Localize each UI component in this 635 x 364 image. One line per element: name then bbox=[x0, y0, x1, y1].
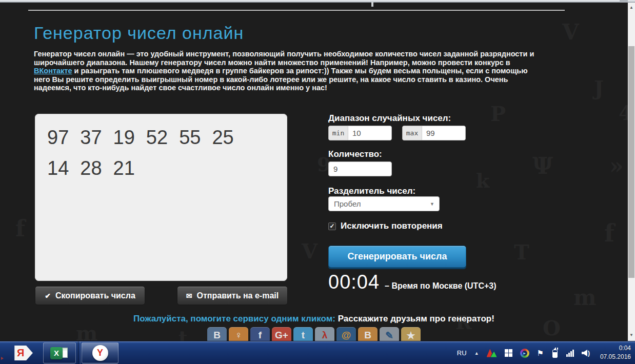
copy-numbers-button[interactable]: ✔ Скопировать числа bbox=[35, 286, 145, 305]
count-label: Количество: bbox=[328, 149, 382, 159]
get-windows-10-icon[interactable] bbox=[505, 349, 512, 357]
result-number: 25 bbox=[212, 122, 233, 153]
screen: VJΨfmP»TkO4RVtm9fJ Генератор чисел онлай… bbox=[0, 0, 635, 364]
windows-taskbar: Я X Y RU ▲ ▶ ⚑ ) bbox=[0, 341, 635, 364]
separator-label: Разделитель чисел: bbox=[328, 186, 415, 196]
browser-chrome-corner bbox=[620, 0, 628, 3]
result-number: 14 bbox=[47, 153, 69, 184]
results-panel: 973719525525142821 bbox=[35, 114, 287, 281]
taskbar-time: 0:04 bbox=[600, 344, 631, 353]
clock-note: – Время по Москве (UTC+3) bbox=[385, 281, 496, 291]
range-label: Диапазон случайных чисел: bbox=[328, 113, 451, 124]
copy-numbers-label: Скопировать числа bbox=[55, 291, 135, 300]
browser-chrome-tick bbox=[371, 2, 373, 7]
min-prefix: min bbox=[329, 126, 348, 140]
exclude-repeats-checkbox[interactable]: ✓ bbox=[328, 223, 336, 230]
intro-paragraph: Генератор чисел онлайн — это удобный инс… bbox=[34, 50, 537, 92]
excel-icon: X bbox=[50, 347, 63, 359]
taskbar-separator bbox=[78, 341, 81, 364]
network-signal-icon[interactable] bbox=[566, 350, 574, 357]
moscow-clock: 00:04 – Время по Москве (UTC+3) bbox=[328, 271, 497, 293]
separator-select[interactable]: Пробел ▼ bbox=[328, 196, 440, 211]
result-number: 55 bbox=[179, 122, 201, 153]
volume-icon[interactable]: ) bbox=[582, 350, 590, 357]
envelope-icon: ✉ bbox=[186, 292, 192, 300]
page-scrollbar[interactable]: ▲ ▼ bbox=[628, 3, 635, 341]
max-input-group: max bbox=[402, 126, 466, 140]
yandex-icon: Я bbox=[13, 347, 24, 359]
send-email-button[interactable]: ✉ Отправить на e-mail bbox=[177, 286, 288, 305]
result-number: 19 bbox=[113, 122, 135, 153]
browser-chrome-strip bbox=[0, 0, 635, 3]
taskbar-yandex-browser-button[interactable]: Y bbox=[82, 342, 118, 363]
exclude-repeats-label: Исключить повторения bbox=[341, 221, 443, 231]
desktop-icon-fragment bbox=[1, 357, 4, 360]
check-icon: ✔ bbox=[45, 292, 51, 300]
scroll-down-icon[interactable]: ▼ bbox=[628, 331, 635, 339]
result-number: 37 bbox=[80, 122, 102, 153]
action-center-flag-icon[interactable]: ⚑ bbox=[537, 349, 544, 358]
vkontakte-link[interactable]: ВКонтакте bbox=[34, 67, 72, 75]
send-email-label: Отправить на e-mail bbox=[197, 291, 279, 300]
taskbar-yandex-shortcut[interactable]: Я bbox=[13, 345, 33, 361]
max-input[interactable] bbox=[422, 126, 465, 140]
exclude-repeats-row[interactable]: ✓ Исключить повторения bbox=[328, 221, 443, 231]
chevron-down-icon: ▼ bbox=[430, 201, 439, 207]
scroll-up-icon[interactable]: ▲ bbox=[628, 4, 635, 11]
count-input[interactable] bbox=[328, 161, 392, 176]
result-number: 21 bbox=[113, 153, 135, 184]
result-number: 97 bbox=[47, 122, 69, 153]
taskbar-clock[interactable]: 0:04 07.05.2016 bbox=[600, 344, 631, 361]
taskbar-date: 07.05.2016 bbox=[600, 353, 631, 361]
generate-button[interactable]: Сгенерировать числа bbox=[328, 246, 466, 268]
page-content: Генератор чисел онлайн Генератор чисел о… bbox=[0, 3, 628, 341]
share-line: Пожалуйста, помогите сервису одним клико… bbox=[0, 314, 628, 324]
top-divider bbox=[28, 10, 565, 11]
intro-text-2: и разыграть там плюшевого медведя в груп… bbox=[34, 67, 528, 92]
min-input-group: min bbox=[328, 126, 392, 140]
performance-monitor-icon[interactable] bbox=[487, 349, 497, 357]
taskbar-excel-button[interactable]: X bbox=[43, 342, 76, 363]
media-player-icon[interactable]: ▶ bbox=[520, 349, 529, 358]
clock-time: 00:04 bbox=[328, 271, 380, 293]
page-title: Генератор чисел онлайн bbox=[34, 23, 244, 43]
language-indicator[interactable]: RU bbox=[457, 349, 467, 357]
result-number: 52 bbox=[146, 122, 168, 153]
system-tray: RU ▲ ▶ ⚑ ) bbox=[457, 341, 590, 364]
separator-value: Пробел bbox=[329, 199, 430, 208]
intro-text-1: Генератор чисел онлайн — это удобный инс… bbox=[34, 50, 534, 67]
yandex-browser-icon: Y bbox=[92, 345, 108, 361]
share-cta: Расскажите друзьям про генератор! bbox=[338, 314, 494, 323]
share-prompt: Пожалуйста, помогите сервису одним клико… bbox=[133, 314, 335, 323]
max-prefix: max bbox=[403, 126, 422, 140]
result-number: 28 bbox=[80, 153, 102, 184]
show-hidden-icons-icon[interactable]: ▲ bbox=[474, 351, 479, 356]
scrollbar-thumb[interactable] bbox=[628, 46, 634, 278]
battery-plug-icon[interactable] bbox=[551, 348, 559, 358]
min-input[interactable] bbox=[348, 126, 391, 140]
